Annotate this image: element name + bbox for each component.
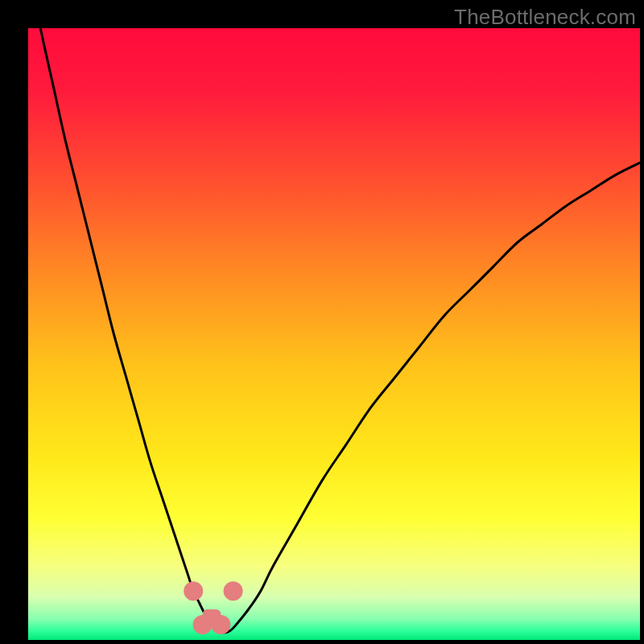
bottleneck-curve [28, 28, 640, 640]
marker-dot [193, 615, 213, 634]
chart-frame: TheBottleneck.com [0, 0, 644, 644]
watermark-text: TheBottleneck.com [454, 5, 636, 30]
marker-dot [224, 581, 243, 601]
marker-dot [211, 615, 230, 634]
marker-dot [184, 581, 203, 601]
plot-area [28, 28, 640, 640]
